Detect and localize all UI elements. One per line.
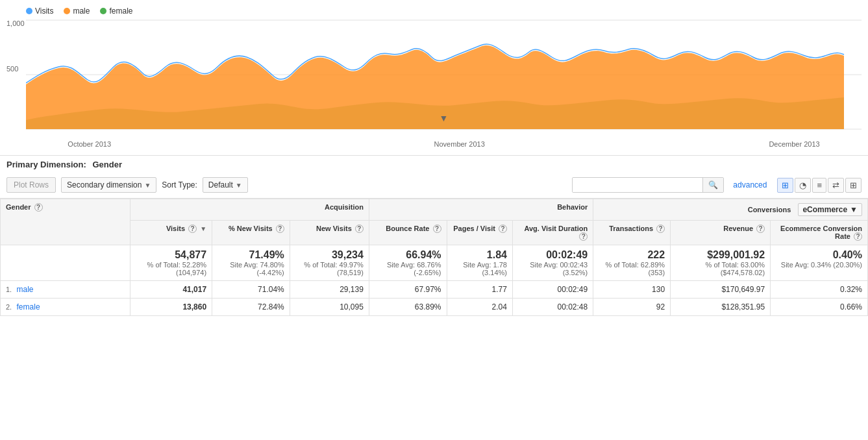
ecommerce-arrow-icon: ▼: [850, 205, 858, 214]
male-visits: 41,017: [130, 281, 212, 299]
ecommerce-rate-col-header: Ecommerce Conversion Rate ?: [771, 221, 868, 245]
female-pct-new-visits: 72.84%: [212, 299, 290, 316]
gender-col-header: Gender ?: [1, 199, 130, 245]
visits-dot: [26, 8, 32, 14]
visits-help-icon[interactable]: ?: [188, 225, 197, 233]
search-button[interactable]: 🔍: [702, 178, 723, 192]
x-label-nov: November 2013: [434, 140, 485, 148]
primary-dimension-bar: Primary Dimension: Gender: [0, 156, 868, 172]
new-visits-help-icon[interactable]: ?: [355, 225, 364, 233]
total-visits: 54,877 % of Total: 52.28% (104,974): [130, 245, 212, 281]
female-link[interactable]: female: [17, 302, 40, 312]
male-transactions: 130: [593, 281, 671, 299]
chart-legend: Visits male female: [26, 6, 862, 16]
male-pages-visit: 1.77: [447, 281, 512, 299]
total-pages-visit: 1.84 Site Avg: 1.78 (3.14%): [447, 245, 512, 281]
primary-dim-value: Gender: [92, 160, 122, 169]
female-new-visits: 10,095: [290, 299, 369, 316]
sort-type-dropdown[interactable]: Default ▼: [203, 177, 248, 193]
view-pie-icon[interactable]: ◔: [795, 178, 811, 193]
new-visits-col-header: New Visits ?: [290, 221, 369, 245]
view-pivot-icon[interactable]: ⊞: [845, 178, 862, 193]
sort-type-value: Default: [208, 180, 233, 189]
secondary-dim-arrow-icon: ▼: [144, 182, 151, 189]
table-row: 2. female 13,860 72.84% 10,095 63.89% 2.…: [1, 299, 868, 316]
y-label-500: 500: [6, 65, 18, 73]
female-visits: 13,860: [130, 299, 212, 316]
female-revenue: $128,351.95: [671, 299, 771, 316]
search-box: 🔍: [572, 177, 724, 193]
pct-new-visits-col-header: % New Visits ?: [212, 221, 290, 245]
total-avg-visit-duration: 00:02:49 Site Avg: 00:02:43 (3.52%): [512, 245, 593, 281]
male-new-visits: 29,139: [290, 281, 369, 299]
acquisition-header: Acquisition: [130, 199, 369, 221]
view-bar-icon[interactable]: ≡: [812, 178, 826, 193]
conversions-header: Conversions eCommerce ▼: [593, 199, 868, 221]
ecommerce-dropdown[interactable]: eCommerce ▼: [798, 203, 862, 216]
behavior-header: Behavior: [369, 199, 593, 221]
totals-label: [1, 245, 130, 281]
secondary-dimension-dropdown[interactable]: Secondary dimension ▼: [61, 177, 156, 193]
view-compare-icon[interactable]: ⇄: [828, 178, 844, 193]
gender-help-icon[interactable]: ?: [34, 203, 43, 212]
primary-dim-label: Primary Dimension:: [6, 160, 86, 169]
total-transactions: 222 % of Total: 62.89% (353): [593, 245, 671, 281]
total-revenue: $299,001.92 % of Total: 63.00% ($474,578…: [671, 245, 771, 281]
total-bounce-rate: 66.94% Site Avg: 68.76% (-2.65%): [369, 245, 447, 281]
avg-visit-duration-col-header: Avg. Visit Duration ?: [512, 221, 593, 245]
expand-arrow[interactable]: ▼: [440, 113, 449, 123]
female-transactions: 92: [593, 299, 671, 316]
male-dot: [64, 8, 70, 14]
male-row-gender: 1. male: [1, 281, 130, 299]
legend-male: male: [64, 6, 90, 16]
pct-new-visits-help-icon[interactable]: ?: [276, 225, 284, 233]
transactions-col-header: Transactions ?: [593, 221, 671, 245]
legend-female-label: female: [109, 6, 132, 16]
male-avg-visit-duration: 00:02:49: [512, 281, 593, 299]
view-icons: ⊞ ◔ ≡ ⇄ ⊞: [777, 178, 862, 193]
ecommerce-rate-help-icon[interactable]: ?: [854, 232, 862, 241]
total-pct-new-visits: 71.49% Site Avg: 74.80% (-4.42%): [212, 245, 290, 281]
revenue-help-icon[interactable]: ?: [756, 225, 765, 233]
female-dot: [100, 8, 106, 14]
male-revenue: $170,649.97: [671, 281, 771, 299]
advanced-link[interactable]: advanced: [733, 180, 767, 189]
data-table: Gender ? Acquisition Behavior Conversion…: [0, 199, 868, 316]
secondary-dim-label: Secondary dimension: [67, 180, 142, 189]
male-link[interactable]: male: [17, 285, 34, 294]
chart-svg-wrapper: 1,000 500 ⬜ ⬜ October 2013 November 2013…: [26, 19, 862, 136]
chart-area: Visits male female 1,000 500: [0, 0, 868, 156]
controls-row: Plot Rows Secondary dimension ▼ Sort Typ…: [0, 172, 868, 199]
male-bounce-rate: 67.97%: [369, 281, 447, 299]
legend-male-label: male: [73, 6, 90, 16]
female-ecommerce-rate: 0.66%: [771, 299, 868, 316]
totals-row: 54,877 % of Total: 52.28% (104,974) 71.4…: [1, 245, 868, 281]
transactions-help-icon[interactable]: ?: [656, 225, 665, 233]
table-row: 1. male 41,017 71.04% 29,139 67.97% 1.77…: [1, 281, 868, 299]
legend-visits: Visits: [26, 6, 53, 16]
x-label-oct: October 2013: [68, 140, 111, 148]
search-input[interactable]: [573, 178, 702, 192]
total-new-visits: 39,234 % of Total: 49.97% (78,519): [290, 245, 369, 281]
sort-type-label: Sort Type:: [162, 180, 197, 189]
visits-sort-icon[interactable]: ▼: [200, 225, 206, 232]
male-ecommerce-rate: 0.32%: [771, 281, 868, 299]
pages-visit-col-header: Pages / Visit ?: [447, 221, 512, 245]
bounce-rate-help-icon[interactable]: ?: [433, 225, 441, 233]
female-pages-visit: 2.04: [447, 299, 512, 316]
legend-visits-label: Visits: [35, 6, 53, 16]
visits-col-header: Visits ? ▼: [130, 221, 212, 245]
pages-visit-help-icon[interactable]: ?: [499, 225, 507, 233]
view-table-icon[interactable]: ⊞: [777, 178, 793, 193]
female-bounce-rate: 63.89%: [369, 299, 447, 316]
avg-visit-duration-help-icon[interactable]: ?: [579, 232, 588, 241]
y-label-1000: 1,000: [6, 19, 25, 27]
plot-rows-button[interactable]: Plot Rows: [6, 177, 56, 193]
revenue-col-header: Revenue ?: [671, 221, 771, 245]
female-row-gender: 2. female: [1, 299, 130, 316]
total-ecommerce-rate: 0.40% Site Avg: 0.34% (20.30%): [771, 245, 868, 281]
female-avg-visit-duration: 00:02:48: [512, 299, 593, 316]
x-label-dec: December 2013: [769, 140, 819, 148]
chart-x-labels: October 2013 November 2013 December 2013: [26, 140, 862, 148]
sort-type-arrow-icon: ▼: [236, 182, 242, 189]
